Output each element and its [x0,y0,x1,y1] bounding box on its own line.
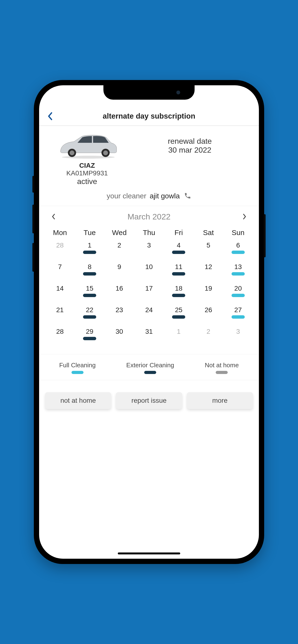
day-number: 6 [223,242,253,249]
day-marker [172,272,185,276]
calendar-day[interactable]: 25 [164,304,194,325]
calendar-day[interactable]: 23 [104,304,134,325]
weekday-label: Sun [223,228,253,237]
day-number: 28 [45,328,75,336]
calendar-day[interactable]: 29 [75,325,105,347]
day-number: 9 [104,263,134,271]
legend-swatch [216,371,228,374]
calendar-day[interactable]: 26 [194,304,223,325]
day-marker [232,294,245,297]
weekday-label: Tue [75,228,105,237]
calendar-day[interactable]: 21 [45,304,75,325]
calendar-day[interactable]: 11 [164,261,194,282]
day-number: 3 [134,242,164,249]
day-number: 1 [164,328,194,336]
calendar-day[interactable]: 14 [45,282,75,304]
legend: Full CleaningExterior CleaningNot at hom… [39,354,259,380]
calendar-day[interactable]: 12 [194,261,223,282]
calendar-day[interactable]: 22 [75,304,105,325]
calendar-day[interactable]: 31 [134,325,164,347]
calendar-day[interactable]: 7 [45,261,75,282]
calendar-day[interactable]: 27 [223,304,253,325]
calendar-day[interactable]: 24 [134,304,164,325]
weekday-header: MonTueWedThuFriSatSun [44,228,254,237]
calendar-day[interactable]: 15 [75,282,105,304]
back-button[interactable] [45,112,55,121]
day-number: 17 [134,284,164,292]
weekday-label: Wed [104,228,134,237]
home-indicator[interactable] [118,552,180,554]
month-label: March 2022 [127,212,171,222]
day-number: 19 [194,284,223,292]
svg-point-3 [103,150,108,155]
calendar-day[interactable]: 20 [223,282,253,304]
report-issue-button[interactable]: report issue [116,392,182,409]
phone-icon[interactable] [184,192,191,201]
weekday-label: Mon [45,228,75,237]
day-number: 14 [45,284,75,292]
day-number: 7 [45,263,75,271]
calendar-day[interactable]: 19 [194,282,223,304]
day-number: 3 [223,328,253,336]
day-number: 12 [194,263,223,271]
calendar-day[interactable]: 30 [104,325,134,347]
legend-label: Not at home [205,362,239,369]
day-number: 20 [223,284,253,292]
weekday-label: Fri [164,228,194,237]
chevron-left-icon [47,112,53,120]
more-button[interactable]: more [187,392,253,409]
legend-swatch [144,371,156,374]
day-number: 28 [45,242,75,249]
svg-point-1 [70,150,74,155]
car-image [55,133,119,160]
calendar: March 2022 MonTueWedThuFriSatSun 2812345… [39,206,259,354]
prev-month-button[interactable] [50,213,57,220]
renewal-date: 30 mar 2022 [128,146,252,154]
calendar-day[interactable]: 13 [223,261,253,282]
next-month-button[interactable] [241,213,248,220]
calendar-day[interactable]: 28 [45,325,75,347]
legend-label: Exterior Cleaning [126,362,174,369]
day-marker [83,294,96,297]
day-number: 25 [164,306,194,314]
calendar-day[interactable]: 3 [223,325,253,347]
day-marker [83,315,96,319]
cleaner-name: ajit gowla [150,192,180,200]
legend-item: Exterior Cleaning [126,362,174,374]
calendar-day[interactable]: 3 [134,239,164,261]
action-row: not at home report issue more [39,380,259,421]
legend-label: Full Cleaning [59,362,96,369]
calendar-day[interactable]: 28 [45,239,75,261]
not-at-home-button[interactable]: not at home [45,392,111,409]
day-number: 30 [104,328,134,336]
calendar-day[interactable]: 2 [104,239,134,261]
calendar-day[interactable]: 8 [75,261,105,282]
calendar-day[interactable]: 5 [194,239,223,261]
day-marker [172,294,185,297]
day-number: 2 [104,242,134,249]
calendar-day[interactable]: 9 [104,261,134,282]
renewal-label: renewal date [128,137,252,146]
day-number: 13 [223,263,253,271]
calendar-day[interactable]: 10 [134,261,164,282]
cleaner-row: your cleaner ajit gowla [46,192,252,201]
calendar-day[interactable]: 2 [194,325,223,347]
day-number: 23 [104,306,134,314]
calendar-day[interactable]: 4 [164,239,194,261]
day-number: 18 [164,284,194,292]
calendar-day[interactable]: 6 [223,239,253,261]
calendar-day[interactable]: 1 [164,325,194,347]
subscription-info: CIAZ KA01MP9931 active renewal date 30 m… [39,126,259,206]
day-number: 29 [75,328,105,336]
calendar-day[interactable]: 17 [134,282,164,304]
day-number: 15 [75,284,105,292]
day-number: 5 [194,242,223,249]
weekday-label: Thu [134,228,164,237]
vehicle-plate: KA01MP9931 [46,170,128,177]
legend-swatch [72,371,83,374]
calendar-day[interactable]: 18 [164,282,194,304]
calendar-day[interactable]: 1 [75,239,105,261]
day-number: 1 [75,242,105,249]
day-number: 24 [134,306,164,314]
calendar-day[interactable]: 16 [104,282,134,304]
